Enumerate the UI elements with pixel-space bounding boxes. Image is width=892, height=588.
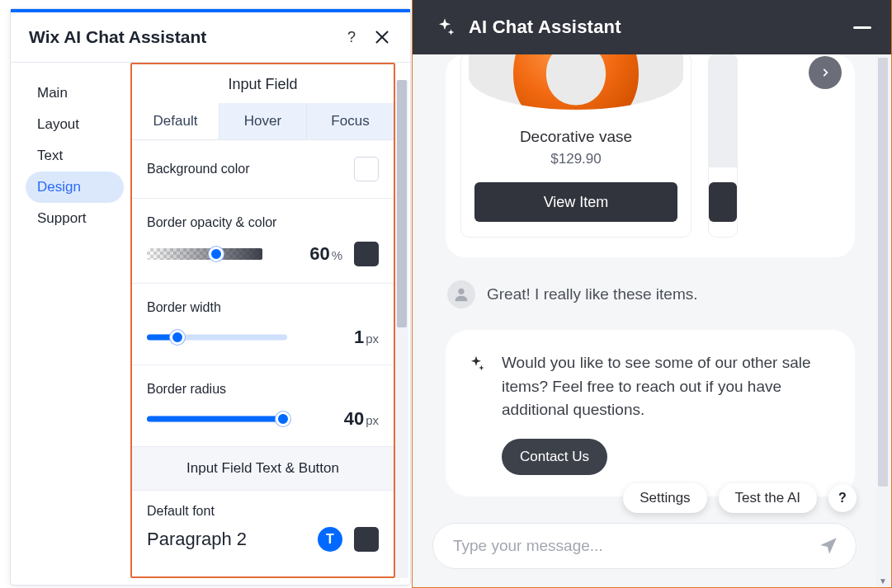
panel-scrollbar[interactable] xyxy=(395,80,408,578)
user-message-text: Great! I really like these items. xyxy=(487,285,698,303)
product-image-peek xyxy=(709,54,737,167)
tab-default[interactable]: Default xyxy=(132,103,219,139)
border-opacity-row: Border opacity & color 60 % xyxy=(132,199,394,284)
font-color-swatch[interactable] xyxy=(354,527,379,552)
border-width-value: 1 xyxy=(326,327,364,348)
border-width-row: Border width 1 px xyxy=(132,284,394,365)
help-icon[interactable]: ? xyxy=(339,29,364,46)
default-font-value[interactable]: Paragraph 2 xyxy=(147,529,306,550)
design-content-highlight: Input Field Default Hover Focus Backgrou… xyxy=(130,63,395,578)
subsection-title: Input Field Text & Button xyxy=(132,446,394,491)
border-opacity-value: 60 xyxy=(292,243,330,265)
default-font-row: Default font Paragraph 2 T xyxy=(132,491,394,568)
panel-header: Wix AI Chat Assistant ? xyxy=(11,12,410,63)
tab-focus[interactable]: Focus xyxy=(307,103,394,139)
sidebar-item-layout[interactable]: Layout xyxy=(26,109,124,140)
scroll-down-icon[interactable]: ▼ xyxy=(876,574,890,587)
chat-bottom-overlay: Settings Test the AI ? xyxy=(413,483,876,587)
product-name: Decorative vase xyxy=(520,128,632,146)
minimize-icon[interactable] xyxy=(853,26,871,29)
chat-title: AI Chat Assistant xyxy=(469,16,853,38)
border-radius-row: Border radius 40 px xyxy=(132,365,394,446)
background-color-label: Background color xyxy=(147,162,354,176)
border-radius-slider[interactable] xyxy=(147,413,287,425)
background-color-row: Background color xyxy=(132,140,394,199)
border-width-slider[interactable] xyxy=(147,332,287,343)
product-price: $129.90 xyxy=(550,151,601,167)
background-color-swatch[interactable] xyxy=(354,157,379,181)
chat-header: AI Chat Assistant xyxy=(413,0,891,54)
border-radius-value: 40 xyxy=(326,408,364,430)
svg-point-0 xyxy=(458,289,464,294)
message-input[interactable] xyxy=(453,537,816,555)
state-tabs: Default Hover Focus xyxy=(132,103,394,140)
user-message-row: Great! I really like these items. xyxy=(447,280,855,308)
border-radius-label: Border radius xyxy=(147,382,379,397)
panel-title: Wix AI Chat Assistant xyxy=(29,27,339,47)
product-carousel: Decorative vase $129.90 View Item xyxy=(460,54,840,238)
settings-sidebar: Main Layout Text Design Support xyxy=(11,63,130,585)
chat-scrollbar[interactable]: ▼ xyxy=(876,54,890,587)
user-avatar-icon xyxy=(447,280,475,308)
help-chip-icon[interactable]: ? xyxy=(828,484,857,512)
text-style-icon[interactable]: T xyxy=(318,527,342,552)
border-opacity-unit: % xyxy=(332,248,342,262)
border-radius-unit: px xyxy=(366,413,379,427)
border-opacity-slider[interactable] xyxy=(147,248,262,260)
section-title: Input Field xyxy=(132,64,394,103)
border-width-label: Border width xyxy=(147,300,379,315)
contact-us-button[interactable]: Contact Us xyxy=(502,439,607,475)
product-image xyxy=(469,54,683,110)
border-width-unit: px xyxy=(366,332,379,346)
product-card: Decorative vase $129.90 View Item xyxy=(460,54,691,238)
close-icon[interactable] xyxy=(372,27,392,47)
bot-message-text: Would you like to see some of our other … xyxy=(502,351,832,422)
carousel-next-icon[interactable] xyxy=(809,56,842,89)
test-ai-chip[interactable]: Test the AI xyxy=(719,483,817,513)
sparkle-icon xyxy=(467,355,485,373)
chat-window: AI Chat Assistant xyxy=(412,0,892,588)
view-item-button-peek[interactable] xyxy=(709,182,737,222)
view-item-button[interactable]: View Item xyxy=(474,182,677,222)
sparkle-icon xyxy=(434,16,455,38)
border-opacity-label: Border opacity & color xyxy=(147,215,379,230)
sidebar-item-text[interactable]: Text xyxy=(26,140,124,172)
sidebar-item-main[interactable]: Main xyxy=(26,78,124,109)
settings-panel: Wix AI Chat Assistant ? Main Layout Text… xyxy=(10,8,411,586)
settings-chip[interactable]: Settings xyxy=(623,483,706,513)
send-icon[interactable] xyxy=(816,534,841,558)
product-card-peek xyxy=(708,54,738,238)
default-font-label: Default font xyxy=(147,504,379,519)
tab-hover[interactable]: Hover xyxy=(219,103,307,139)
bot-message-products: Decorative vase $129.90 View Item xyxy=(446,54,855,257)
message-composer xyxy=(432,523,857,569)
sidebar-item-design[interactable]: Design xyxy=(26,172,124,203)
border-color-swatch[interactable] xyxy=(354,242,379,266)
sidebar-item-support[interactable]: Support xyxy=(26,203,124,234)
bot-message-followup: Would you like to see some of our other … xyxy=(446,330,855,496)
